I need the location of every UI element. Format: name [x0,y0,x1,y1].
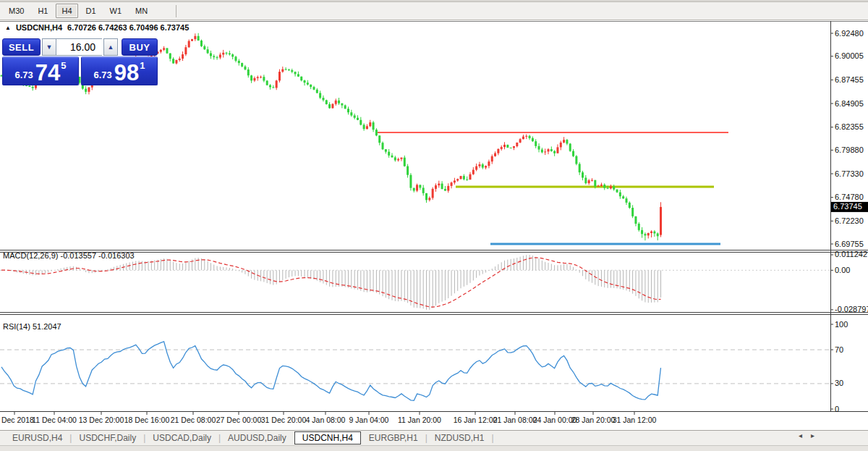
time-axis-label: 27 Dec 00:00 [216,416,262,424]
time-axis-label: 16 Jan 12:00 [454,416,498,424]
chart-tab-audusd[interactable]: AUDUSD,Daily [221,431,293,444]
chevron-up-icon: ▲ [108,44,114,51]
price-axis-label: 6.72230 [835,216,864,225]
buy-price-small: 6.73 [93,69,111,80]
price-axis-label: 6.87455 [835,75,864,84]
rsi-axis-label: 70 [835,345,843,354]
tabs-scroll-left-icon[interactable]: ◂ [799,431,802,439]
tab-separator: | [490,433,494,443]
sell-price-big: 74 [35,64,60,82]
price-axis-label: 6.90005 [835,51,864,60]
volume-decrease-button[interactable]: ▼ [42,38,56,56]
rsi-axis-label: 30 [835,379,843,387]
time-axis-label: 11 Jan 20:00 [398,416,441,424]
time-axis-label: 28 Jan 20:00 [571,416,616,424]
sell-price-sup: 5 [61,60,66,71]
chart-tab-usdcnh[interactable]: USDCNH,H4 [294,431,361,444]
chevron-down-icon: ▼ [46,44,53,51]
current-price-label: 6.73745 [833,202,862,211]
sell-price-quote[interactable]: 6.73 74 5 [2,56,79,85]
time-axis-label: 24 Jan 00:00 [533,416,577,424]
price-axis-label: 6.69755 [835,240,864,248]
price-axis-label: 6.74780 [835,193,864,201]
price-axis-label: 6.77330 [835,169,864,178]
one-click-trade-panel: SELL ▼ 16.00 ▲ BUY 6.73 74 5 6.73 98 1 [2,38,158,85]
time-axis-label: 6 Dec 2018 [0,416,34,424]
status-bar [0,445,868,451]
price-axis-label: 6.92480 [835,29,864,38]
time-axis-label: 4 Jan 08:00 [306,416,346,424]
time-axis-label: 31 Dec 20:00 [261,416,307,424]
chart-tab-usdcad[interactable]: USDCAD,Daily [146,431,218,444]
time-axis-label: 21 Dec 08:00 [171,416,216,424]
time-axis-label: 18 Dec 16:00 [124,416,170,424]
tabs-scroll-right-icon[interactable]: ▸ [811,431,814,439]
buy-price-big: 98 [114,64,139,82]
chart-tab-usdchf[interactable]: USDCHF,Daily [72,431,142,444]
price-axis-label: 6.84905 [835,99,864,108]
rsi-axis-label: 0 [835,405,839,413]
time-axis-label: 31 Jan 12:00 [613,416,657,424]
chart-tab-eurgbp[interactable]: EURGBP,H1 [362,431,425,444]
chart-ohlc-values: 6.70726 6.74263 6.70496 6.73745 [67,23,189,32]
chart-tab-nzdusd[interactable]: NZDUSD,H1 [428,431,491,444]
sell-price-small: 6.73 [14,69,33,80]
macd-axis-label: 0.00 [835,266,850,274]
buy-button[interactable]: BUY [122,38,158,56]
volume-increase-button[interactable]: ▲ [103,38,118,56]
volume-input[interactable]: 16.00 [56,38,102,56]
time-axis-label: 21 Jan 08:00 [493,416,537,424]
chart-header: ▲ USDCNH,H4 6.70726 6.74263 6.70496 6.73… [5,23,189,32]
time-axis-label: 13 Dec 20:00 [79,416,124,424]
time-axis-label: 9 Jan 04:00 [349,416,389,424]
sell-button[interactable]: SELL [2,38,41,56]
buy-price-sup: 1 [140,60,145,71]
buy-price-quote[interactable]: 6.73 98 1 [81,56,158,85]
time-axis-label: 11 Dec 04:00 [32,416,77,424]
chart-tab-eurusd[interactable]: EURUSD,H4 [6,431,69,444]
macd-axis-label: 0.011242 [835,250,867,258]
price-axis-label: 6.79880 [835,146,864,154]
price-axis-label: 6.82355 [835,122,864,131]
rsi-axis-label: 100 [835,320,848,329]
collapse-triangle-icon[interactable]: ▲ [5,25,11,31]
macd-axis-label: -0.028797 [835,305,868,313]
rsi-indicator-label: RSI(14) 51.2047 [3,322,61,331]
tab-scroll-arrows: ◂ ▸ [799,431,814,439]
macd-indicator-label: MACD(12,26,9) -0.013557 -0.016303 [3,251,135,260]
chart-tabs-bar: EURUSD,H4|USDCHF,Daily|USDCAD,Daily|AUDU… [0,430,868,445]
chart-title: USDCNH,H4 [16,23,62,32]
